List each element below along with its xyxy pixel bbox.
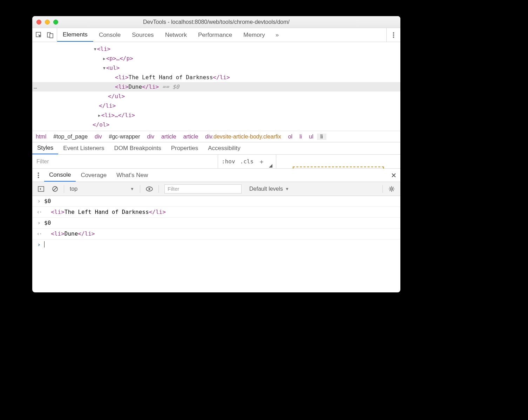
tab-console[interactable]: Console — [93, 28, 126, 42]
breadcrumb-item[interactable]: ul — [305, 134, 317, 140]
device-toggle-icon[interactable] — [47, 32, 53, 38]
subtab-accessibility[interactable]: Accessibility — [203, 142, 245, 154]
new-style-rule-icon[interactable]: ＋ — [258, 157, 265, 166]
svg-point-7 — [38, 175, 39, 176]
svg-point-6 — [38, 172, 39, 174]
hov-toggle[interactable]: :hov — [222, 158, 235, 165]
svg-line-22 — [390, 190, 390, 191]
breadcrumb-item[interactable]: article — [158, 134, 180, 140]
styles-filter-input[interactable] — [36, 158, 214, 165]
breadcrumb-item[interactable]: html — [32, 134, 50, 140]
svg-rect-0 — [36, 32, 41, 37]
styles-pane-tabs: StylesEvent ListenersDOM BreakpointsProp… — [32, 142, 400, 155]
cls-toggle[interactable]: .cls — [240, 158, 254, 165]
console-context-select[interactable]: top ▼ — [67, 182, 137, 196]
elements-tree[interactable]: <li><p>…</p><ul><li>The Left Hand of Dar… — [32, 42, 400, 131]
svg-rect-9 — [38, 187, 44, 191]
main-toolbar: ElementsConsoleSourcesNetworkPerformance… — [32, 28, 400, 42]
breadcrumb-item[interactable]: ol — [285, 134, 296, 140]
breadcrumb-item[interactable]: div.devsite-article-body.clearfix — [202, 134, 284, 140]
svg-point-14 — [391, 188, 393, 190]
dom-node[interactable]: </li> — [32, 101, 400, 110]
expand-corner-icon[interactable] — [268, 163, 272, 168]
dom-breadcrumb[interactable]: html#top_of_pagediv#gc-wrapperdivarticle… — [32, 131, 400, 142]
dom-node[interactable]: </ol> — [32, 120, 400, 129]
styles-toolbar: :hov .cls ＋ — [32, 155, 400, 169]
subtab-properties[interactable]: Properties — [166, 142, 203, 154]
console-sidebar-toggle-icon[interactable] — [35, 182, 47, 196]
svg-line-21 — [393, 187, 394, 188]
traffic-lights — [36, 20, 58, 25]
tab-network[interactable]: Network — [160, 28, 192, 42]
console-row: <li>Dune</li> — [32, 229, 400, 239]
svg-point-8 — [38, 177, 39, 178]
log-levels-select[interactable]: Default levels ▼ — [246, 182, 292, 196]
breadcrumb-item[interactable]: li — [296, 134, 305, 140]
breadcrumb-item[interactable]: div — [144, 134, 158, 140]
tab-sources[interactable]: Sources — [126, 28, 159, 42]
log-levels-label: Default levels — [249, 186, 283, 192]
console-context-label: top — [70, 186, 77, 192]
maximize-icon[interactable] — [53, 20, 58, 25]
svg-point-13 — [148, 188, 150, 190]
minimize-icon[interactable] — [45, 20, 50, 25]
dom-node[interactable]: <ul> — [32, 63, 400, 73]
console-row: <li>The Left Hand of Darkness</li> — [32, 207, 400, 218]
console-row: ›$0 — [32, 196, 400, 207]
console-output[interactable]: ›$0 <li>The Left Hand of Darkness</li>›$… — [32, 196, 400, 292]
svg-point-5 — [393, 36, 394, 38]
chevron-down-icon: ▼ — [130, 187, 134, 191]
drawer-tab-what-s-new[interactable]: What's New — [111, 169, 153, 182]
svg-line-11 — [53, 187, 57, 191]
drawer-kebab-icon[interactable] — [32, 169, 44, 182]
breadcrumb-item[interactable]: #gc-wrapper — [106, 134, 144, 140]
console-filter-input[interactable] — [164, 184, 242, 194]
breadcrumb-item[interactable]: li — [317, 134, 326, 140]
svg-point-3 — [393, 32, 394, 34]
console-toolbar: top ▼ Default levels ▼ — [32, 182, 400, 196]
dom-node[interactable]: <li> — [32, 44, 400, 54]
dom-node[interactable]: <li>…</li> — [32, 110, 400, 120]
tab-elements[interactable]: Elements — [57, 28, 93, 42]
drawer-close-icon[interactable] — [387, 169, 400, 182]
live-expression-icon[interactable] — [143, 182, 156, 196]
drawer-tab-coverage[interactable]: Coverage — [76, 169, 111, 182]
dom-node[interactable]: <li>The Left Hand of Darkness</li> — [32, 73, 400, 82]
console-row[interactable]: › — [32, 239, 400, 250]
console-row: ›$0 — [32, 218, 400, 229]
breadcrumb-item[interactable]: div — [91, 134, 105, 140]
dom-node[interactable]: <p>…</p> — [32, 54, 400, 63]
devtools-window: DevTools - localhost:8080/web/tools/chro… — [32, 16, 400, 292]
chevron-down-icon: ▼ — [285, 187, 289, 191]
svg-rect-2 — [50, 34, 53, 38]
svg-point-4 — [393, 34, 394, 36]
close-icon[interactable] — [36, 20, 41, 25]
breadcrumb-item[interactable]: #top_of_page — [50, 134, 91, 140]
tabs-overflow-icon[interactable]: » — [271, 28, 284, 42]
tab-memory[interactable]: Memory — [238, 28, 270, 42]
drawer-tabs: ConsoleCoverageWhat's New — [32, 169, 400, 182]
subtab-styles[interactable]: Styles — [32, 142, 58, 154]
subtab-dom-breakpoints[interactable]: DOM Breakpoints — [109, 142, 166, 154]
console-settings-icon[interactable] — [386, 182, 398, 196]
breadcrumb-item[interactable]: article — [180, 134, 202, 140]
dom-node[interactable]: …<li>Dune</li> == $0 — [32, 82, 400, 92]
svg-point-12 — [146, 187, 153, 191]
svg-point-10 — [53, 187, 57, 191]
subtab-event-listeners[interactable]: Event Listeners — [58, 142, 109, 154]
clear-console-icon[interactable] — [49, 182, 61, 196]
drawer-tab-console[interactable]: Console — [44, 169, 76, 182]
inspect-element-icon[interactable] — [36, 32, 42, 38]
tab-performance[interactable]: Performance — [192, 28, 238, 42]
kebab-menu-icon[interactable] — [386, 28, 400, 42]
svg-rect-1 — [47, 33, 50, 37]
titlebar: DevTools - localhost:8080/web/tools/chro… — [32, 16, 400, 28]
svg-line-20 — [393, 190, 394, 191]
window-title: DevTools - localhost:8080/web/tools/chro… — [32, 16, 400, 28]
svg-line-19 — [390, 187, 390, 188]
dom-node[interactable]: </ul> — [32, 92, 400, 101]
